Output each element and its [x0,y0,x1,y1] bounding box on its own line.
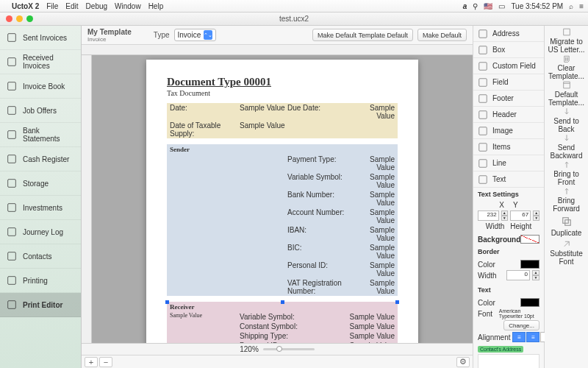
sidebar-item-invoice-book[interactable]: Invoice Book [0,74,81,99]
sidebar-item-label: Contacts [23,252,51,261]
sidebar-item-cash-register[interactable]: Cash Register [0,147,81,171]
action-label: Bring Forward [547,197,587,213]
sender-row: Personal ID:Sample Value [167,261,398,278]
align-left-button[interactable]: ≡ [512,332,526,342]
selection-handle[interactable] [395,300,399,304]
palette-item-footer[interactable]: Footer [473,91,544,107]
type-select[interactable]: Invoice ⌃⌄ [174,29,217,41]
receiver-section[interactable]: Receiver Sample Value Variable Symbol:Sa… [167,302,398,343]
svg-rect-11 [8,301,16,309]
width-label: Width [486,222,505,230]
menu-file[interactable]: File [46,2,58,10]
menu-italic-a-icon[interactable]: a [463,2,467,10]
palette-item-box[interactable]: Box [473,42,544,58]
receiver-left: Sample Value [167,312,237,343]
selection-handle[interactable] [281,300,284,304]
canvas[interactable]: Document Type 00001 Tax Document Date:Sa… [92,55,473,343]
change-font-button[interactable]: Change... [503,320,539,330]
border-width-field[interactable]: 0 [506,270,530,280]
menu-window[interactable]: Window [115,2,141,10]
background-swatch[interactable] [520,235,539,244]
action-default-template-[interactable]: Default Template... [547,80,587,107]
align-center-button[interactable]: ≡ [526,332,539,342]
action-clear-template-[interactable]: Clear Template... [547,54,587,80]
sidebar-item-sent-invoices[interactable]: Sent Invoices [0,26,81,50]
palette-item-text[interactable]: Text [473,171,544,188]
sidebar-item-printing[interactable]: Printing [0,269,81,293]
x-field[interactable]: 232 [478,210,499,221]
text-color-swatch[interactable] [520,298,539,307]
zoom-thumb[interactable] [276,346,282,352]
svg-rect-20 [479,159,487,167]
palette-item-line[interactable]: Line [473,155,544,171]
action-bring-forward[interactable]: Bring Forward [547,186,587,213]
doc-subtitle[interactable]: Tax Document [167,89,398,97]
palette-item-label: Line [492,159,506,167]
menu-help[interactable]: Help [148,2,164,10]
action-send-backward[interactable]: Send Backward [547,133,587,160]
sidebar-item-label: Investments [23,204,62,212]
action-substitute-font[interactable]: Substitute Font [547,239,587,266]
sidebar-item-storage[interactable]: Storage [0,171,81,196]
palette-item-header[interactable]: Header [473,107,544,123]
menu-battery-icon[interactable]: ▭ [498,2,505,10]
type-label: Type [154,31,170,39]
placeholder-box[interactable] [478,354,539,368]
placeholder-tag[interactable]: Contact's Address [478,346,523,353]
sidebar-item-contacts[interactable]: Contacts [0,244,81,269]
sidebar-item-received-invoices[interactable]: Received Invoices [0,50,81,74]
border-width-stepper[interactable]: ▲▼ [532,270,539,280]
add-button[interactable]: + [85,357,98,367]
palette-item-address[interactable]: Address [473,26,544,42]
sidebar-item-job-offers[interactable]: Job Offers [0,99,81,123]
svg-rect-16 [479,94,487,102]
doc-title[interactable]: Document Type 00001 [167,76,398,88]
svg-rect-2 [8,82,16,91]
menu-search-icon[interactable]: ⌕ [569,2,573,10]
action-icon [560,107,573,116]
menu-flag-icon[interactable]: 🇺🇸 [484,2,492,10]
palette-item-field[interactable]: Field [473,74,544,91]
palette-item-image[interactable]: Image [473,123,544,139]
action-duplicate[interactable]: Duplicate [547,213,587,239]
sidebar-item-investments[interactable]: Investments [0,196,81,220]
svg-rect-6 [8,180,16,188]
action-label: Clear Template... [547,64,587,80]
border-color-swatch[interactable] [520,260,539,269]
menu-list-icon[interactable]: ≡ [579,2,584,10]
make-default-template-default-button[interactable]: Make Default Template Default [312,29,413,41]
zoom-slider[interactable] [263,348,315,350]
action-bring-to-front[interactable]: Bring to Front [547,160,587,186]
remove-button[interactable]: − [99,357,112,367]
menu-clock[interactable]: Tue 3:54:52 PM [511,2,563,10]
action-send-to-back[interactable]: Send to Back [547,107,587,133]
menu-debug[interactable]: Debug [86,2,107,10]
sidebar-item-journey-log[interactable]: Journey Log [0,220,81,244]
y-stepper[interactable]: ▲▼ [533,210,539,221]
action-icon [560,215,573,228]
text-settings-head: Text Settings [473,188,544,199]
menu-wifi-icon[interactable]: ⚲ [473,2,478,10]
x-stepper[interactable]: ▲▼ [501,210,508,221]
sidebar-item-label: Job Offers [23,107,57,115]
info-section[interactable]: Date:Sample ValueDue Date:Sample ValueDa… [167,103,398,138]
svg-rect-4 [8,131,16,139]
sidebar-item-print-editor[interactable]: Print Editor [0,293,81,317]
action-icon [560,239,573,249]
sidebar-item-bank-statements[interactable]: Bank Statements [0,123,81,147]
template-name: My Template [87,28,132,36]
action-migrate-to-us-letter-[interactable]: Migrate to US Letter... [547,27,587,54]
sender-section[interactable]: Sender Payment Type:Sample ValueVariable… [167,144,398,296]
y-field[interactable]: 67 [510,210,531,221]
palette-item-custom-field[interactable]: Custom Field [473,58,544,74]
selection-handle[interactable] [165,300,169,304]
make-default-button[interactable]: Make Default [417,29,467,41]
palette-item-items[interactable]: Items [473,139,544,155]
menu-app[interactable]: UctoX 2 [12,2,39,10]
svg-rect-22 [562,218,568,224]
gear-button[interactable]: ⚙ [456,357,470,367]
action-icon [560,133,573,143]
page[interactable]: Document Type 00001 Tax Document Date:Sa… [146,60,418,343]
menu-edit[interactable]: Edit [65,2,78,10]
text-color-label: Color [478,299,495,307]
